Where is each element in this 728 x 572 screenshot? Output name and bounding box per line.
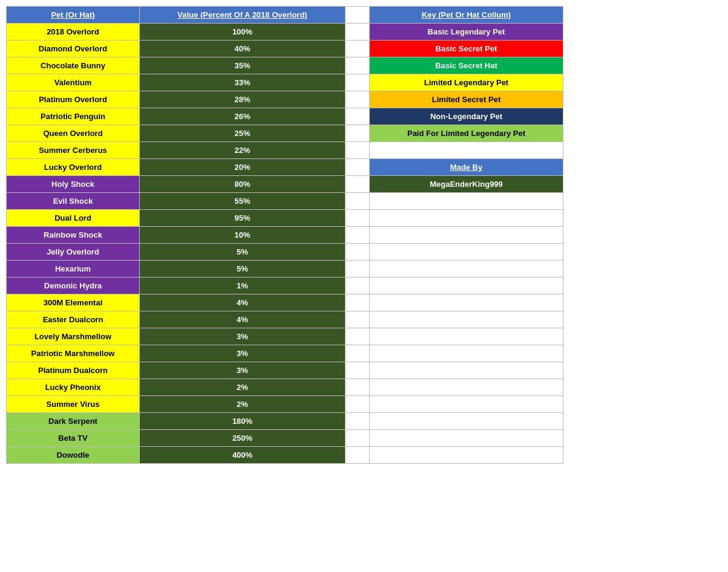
spacer-cell: [346, 244, 370, 261]
empty-key-cell: [370, 142, 563, 159]
pet-value-cell: 180%: [140, 413, 346, 430]
spacer-cell: [346, 413, 370, 430]
pet-value-cell: 55%: [140, 193, 346, 210]
pet-value-cell: 20%: [140, 159, 346, 176]
spacer-cell: [346, 57, 370, 74]
spacer-cell: [346, 176, 370, 193]
key-item: Basic Secret Pet: [370, 41, 563, 57]
spacer-cell: [346, 261, 370, 278]
header-key: Key (Pet Or Hat Collum): [370, 7, 563, 24]
spacer-cell: [346, 311, 370, 328]
empty-key-cell: [370, 311, 563, 328]
spacer-cell: [346, 24, 370, 41]
spacer-cell: [346, 74, 370, 91]
spacer-cell: [346, 159, 370, 176]
pet-name-cell: Valentium: [7, 74, 140, 91]
key-item: Paid For Limited Legendary Pet: [370, 125, 563, 142]
pet-value-cell: 3%: [140, 328, 346, 345]
pet-name-cell: Queen Overlord: [7, 125, 140, 142]
made-by-header: Made By: [370, 159, 563, 176]
empty-key-cell: [370, 396, 563, 413]
pet-name-cell: Jelly Overlord: [7, 244, 140, 261]
pet-name-cell: Diamond Overlord: [7, 41, 140, 57]
pet-value-cell: 400%: [140, 447, 346, 464]
empty-key-cell: [370, 413, 563, 430]
empty-key-cell: [370, 278, 563, 294]
spacer-cell: [346, 278, 370, 294]
spacer-cell: [346, 210, 370, 227]
spacer-cell: [346, 447, 370, 464]
empty-key-cell: [370, 379, 563, 396]
empty-key-cell: [370, 362, 563, 379]
empty-key-cell: [370, 430, 563, 447]
key-item: Limited Secret Pet: [370, 91, 563, 108]
key-item: Non-Legendary Pet: [370, 108, 563, 125]
key-item: Basic Legendary Pet: [370, 24, 563, 41]
pet-value-cell: 80%: [140, 176, 346, 193]
pet-value-cell: 2%: [140, 396, 346, 413]
pet-name-cell: Holy Shock: [7, 176, 140, 193]
pet-name-cell: Patriotic Penguin: [7, 108, 140, 125]
pet-name-cell: Beta TV: [7, 430, 140, 447]
pet-name-cell: Patriotic Marshmellow: [7, 345, 140, 362]
pet-value-cell: 100%: [140, 24, 346, 41]
pet-name-cell: Dark Serpent: [7, 413, 140, 430]
spacer-cell: [346, 108, 370, 125]
spacer-cell: [346, 227, 370, 244]
empty-key-cell: [370, 210, 563, 227]
empty-key-cell: [370, 294, 563, 311]
pet-value-cell: 35%: [140, 57, 346, 74]
pet-value-cell: 28%: [140, 91, 346, 108]
pet-name-cell: Hexarium: [7, 261, 140, 278]
pet-name-cell: Summer Cerberus: [7, 142, 140, 159]
pet-name-cell: 2018 Overlord: [7, 24, 140, 41]
pet-value-cell: 26%: [140, 108, 346, 125]
pet-value-cell: 1%: [140, 278, 346, 294]
pet-value-cell: 25%: [140, 125, 346, 142]
pet-value-cell: 4%: [140, 311, 346, 328]
empty-key-cell: [370, 328, 563, 345]
empty-key-cell: [370, 244, 563, 261]
spacer-cell: [346, 379, 370, 396]
made-by-name: MegaEnderKing999: [370, 176, 563, 193]
pet-name-cell: Lucky Pheonix: [7, 379, 140, 396]
pet-value-cell: 3%: [140, 345, 346, 362]
pet-value-cell: 5%: [140, 261, 346, 278]
spacer-cell: [346, 396, 370, 413]
pet-name-cell: 300M Elemental: [7, 294, 140, 311]
header-spacer: [346, 7, 370, 24]
empty-key-cell: [370, 345, 563, 362]
pet-value-cell: 2%: [140, 379, 346, 396]
pet-name-cell: Dowodle: [7, 447, 140, 464]
spacer-cell: [346, 294, 370, 311]
pet-value-cell: 250%: [140, 430, 346, 447]
spacer-cell: [346, 345, 370, 362]
empty-key-cell: [370, 193, 563, 210]
spacer-cell: [346, 41, 370, 57]
pet-name-cell: Easter Dualcorn: [7, 311, 140, 328]
pet-value-cell: 4%: [140, 294, 346, 311]
pet-name-cell: Demonic Hydra: [7, 278, 140, 294]
pet-name-cell: Chocolate Bunny: [7, 57, 140, 74]
pet-name-cell: Platinum Overlord: [7, 91, 140, 108]
pet-name-cell: Rainbow Shock: [7, 227, 140, 244]
spacer-cell: [346, 142, 370, 159]
pet-name-cell: Lovely Marshmellow: [7, 328, 140, 345]
pet-value-cell: 22%: [140, 142, 346, 159]
pet-value-cell: 33%: [140, 74, 346, 91]
pet-name-cell: Dual Lord: [7, 210, 140, 227]
header-value: Value (Percent Of A 2018 Overlord): [140, 7, 346, 24]
spacer-cell: [346, 362, 370, 379]
pet-name-cell: Lucky Overlord: [7, 159, 140, 176]
pet-value-cell: 5%: [140, 244, 346, 261]
pet-name-cell: Evil Shock: [7, 193, 140, 210]
pet-value-cell: 3%: [140, 362, 346, 379]
pet-name-cell: Summer Virus: [7, 396, 140, 413]
spacer-cell: [346, 125, 370, 142]
header-pet: Pet (Or Hat): [7, 7, 140, 24]
empty-key-cell: [370, 261, 563, 278]
spacer-cell: [346, 430, 370, 447]
spacer-cell: [346, 91, 370, 108]
empty-key-cell: [370, 227, 563, 244]
pet-name-cell: Platinum Dualcorn: [7, 362, 140, 379]
